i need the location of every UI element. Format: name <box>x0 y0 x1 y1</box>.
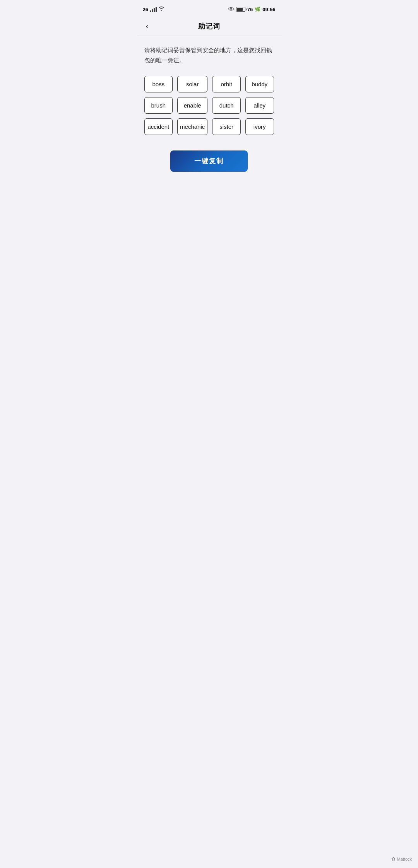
word-card-10[interactable]: mechanic <box>177 118 207 135</box>
eye-icon <box>228 7 234 12</box>
time: 09:56 <box>262 7 275 12</box>
svg-point-0 <box>230 8 232 10</box>
word-card-2[interactable]: solar <box>177 76 207 92</box>
signal-icon <box>150 7 157 12</box>
battery-percent: 76 <box>247 7 253 12</box>
word-card-7[interactable]: dutch <box>212 97 241 114</box>
copy-all-button[interactable]: 一键复制 <box>170 150 248 172</box>
back-button[interactable]: ‹ <box>143 20 152 33</box>
signal-text: 26 <box>143 7 148 12</box>
wifi-icon <box>158 6 164 12</box>
word-card-6[interactable]: enable <box>177 97 207 114</box>
main-content: 请将助记词妥善保管到安全的地方，这是您找回钱包的唯一凭证。 bosssolaro… <box>137 36 282 196</box>
word-card-11[interactable]: sister <box>212 118 241 135</box>
status-bar: 26 76 🌿 09:56 <box>137 0 282 17</box>
word-card-8[interactable]: alley <box>245 97 274 114</box>
word-card-1[interactable]: boss <box>144 76 173 92</box>
word-card-12[interactable]: ivory <box>245 118 274 135</box>
word-card-5[interactable]: brush <box>144 97 173 114</box>
battery-icon <box>236 7 245 12</box>
description-text: 请将助记词妥善保管到安全的地方，这是您找回钱包的唯一凭证。 <box>144 45 274 65</box>
word-card-3[interactable]: orbit <box>212 76 241 92</box>
copy-button-container: 一键复制 <box>144 150 274 172</box>
word-card-9[interactable]: accident <box>144 118 173 135</box>
nav-header: ‹ 助记词 <box>137 17 282 36</box>
status-right: 76 🌿 09:56 <box>228 7 276 12</box>
mnemonic-grid: bosssolarorbitbuddybrushenabledutchalley… <box>144 76 274 135</box>
page-title: 助记词 <box>198 22 220 31</box>
status-left: 26 <box>143 6 164 12</box>
word-card-4[interactable]: buddy <box>245 76 274 92</box>
leaf-icon: 🌿 <box>255 7 260 12</box>
